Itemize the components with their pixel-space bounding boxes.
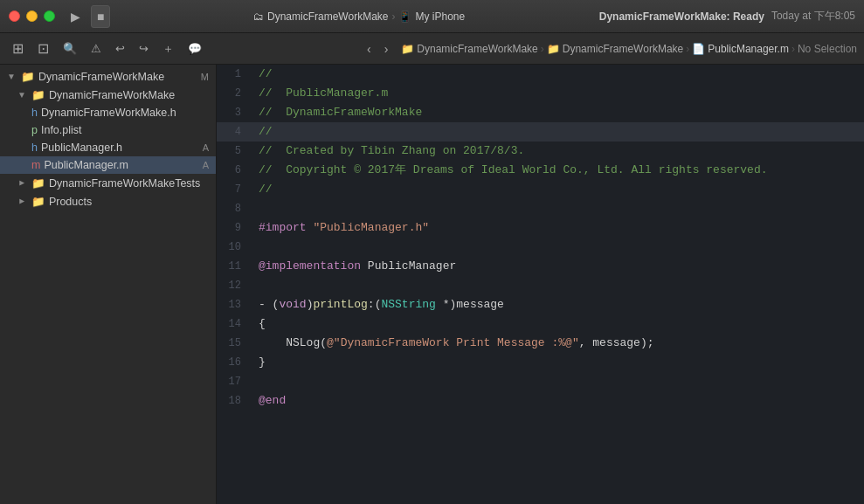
folder-icon-group: 📁 [31, 88, 45, 101]
line-content-16: } [252, 353, 864, 372]
code-line-12: 12 [217, 276, 864, 295]
folder-icon-tests: 📁 [31, 176, 45, 190]
line-content-5: // Created by Tibin Zhang on 2017/8/3. [252, 142, 864, 161]
h-file-icon: h [31, 107, 38, 119]
titlebar: ▶ ■ 🗂 DynamicFrameWorkMake › 📱 My iPhone… [0, 0, 864, 33]
line-num-12: 12 [217, 276, 252, 295]
code-line-13: 13 - (void)printLog:(NSString *)message [217, 295, 864, 314]
status-time: Today at 下午8:05 [771, 9, 855, 24]
breadcrumb-sep2: › [686, 43, 689, 55]
nav-back-button[interactable]: ‹ [362, 40, 377, 58]
breadcrumb-folder-icon: 📁 [401, 43, 414, 55]
line-num-6: 6 [217, 161, 252, 180]
run-button[interactable]: ▶ [66, 6, 86, 27]
line-num-9: 9 [217, 218, 252, 238]
comment-button[interactable]: 💬 [183, 38, 207, 59]
code-line-1: 1 // [217, 65, 864, 84]
line-content-15: NSLog(@"DynamicFrameWork Print Message :… [252, 334, 864, 353]
line-num-8: 8 [217, 199, 252, 218]
line-num-15: 15 [217, 334, 252, 353]
sidebar-tests-label: DynamicFrameWorkMakeTests [49, 177, 209, 190]
main-content: ▼ 📁 DynamicFrameWorkMake M ▼ 📁 DynamicFr… [0, 65, 864, 504]
code-line-18: 18 @end [217, 391, 864, 411]
sidebar-item-root[interactable]: ▼ 📁 DynamicFrameWorkMake M [0, 65, 216, 86]
line-content-7: // [252, 180, 864, 199]
pub-h-file-icon: h [31, 142, 38, 154]
sidebar-item-tests[interactable]: ▼ 📁 DynamicFrameWorkMakeTests [0, 174, 216, 192]
line-content-2: // PublicManager.m [252, 84, 864, 103]
arrow-icon-group: ▼ [17, 90, 26, 100]
line-num-18: 18 [217, 391, 252, 411]
sidebar-dfwmh-label: DynamicFrameWorkMake.h [41, 107, 209, 119]
code-line-9: 9 #import "PublicManager.h" [217, 218, 864, 238]
project-icon: 🗂 [253, 10, 264, 23]
line-num-11: 11 [217, 257, 252, 276]
back-button[interactable]: ↩ [110, 38, 130, 59]
folder-toggle-button[interactable]: ⊞ [7, 37, 29, 60]
code-line-17: 17 [217, 372, 864, 391]
search-button[interactable]: 🔍 [58, 38, 82, 59]
forward-button[interactable]: ↪ [134, 38, 154, 59]
code-line-10: 10 [217, 238, 864, 257]
breadcrumb-folder-icon2: 📁 [547, 43, 560, 55]
pub-m-file-icon: m [31, 159, 40, 171]
sidebar-group-label: DynamicFrameWorkMake [49, 89, 209, 101]
sidebar-root-badge: M [201, 72, 209, 82]
nav-forward-button[interactable]: › [379, 40, 394, 58]
sidebar-root-label: DynamicFrameWorkMake [38, 71, 197, 83]
sidebar-pubm-badge: A [203, 160, 209, 170]
breadcrumb-file-icon: 📄 [692, 43, 705, 55]
code-line-16: 16 } [217, 353, 864, 372]
breadcrumb-sep3: › [791, 43, 795, 55]
file-nav-breadcrumb: ‹ › 📁 DynamicFrameWorkMake › 📁 DynamicFr… [362, 40, 857, 58]
folder-icon-products: 📁 [31, 195, 45, 208]
minimize-button[interactable] [26, 10, 38, 22]
code-line-5: 5 // Created by Tibin Zhang on 2017/8/3. [217, 142, 864, 161]
breadcrumb-project: DynamicFrameWorkMake [417, 43, 537, 55]
traffic-lights [9, 10, 55, 22]
device-icon: 📱 [398, 10, 411, 23]
titlebar-controls: ▶ ■ [66, 5, 110, 28]
line-content-1: // [252, 65, 864, 84]
sidebar-plist-label: Info.plist [41, 124, 209, 136]
line-content-4: // [252, 122, 864, 142]
line-num-17: 17 [217, 372, 252, 391]
arrow-icon-tests: ▼ [17, 179, 26, 188]
line-num-13: 13 [217, 295, 252, 314]
code-editor[interactable]: 1 // 2 // PublicManager.m 3 // DynamicFr… [217, 65, 864, 504]
stop-button[interactable]: ■ [91, 5, 110, 28]
warning-button[interactable]: ⚠ [86, 38, 107, 59]
editor-toggle-button[interactable]: ⊡ [32, 37, 54, 60]
sidebar-item-group[interactable]: ▼ 📁 DynamicFrameWorkMake [0, 86, 216, 104]
sidebar-item-pubm[interactable]: m PublicManager.m A [0, 156, 216, 174]
line-content-11: @implementation PublicManager [252, 257, 864, 276]
maximize-button[interactable] [44, 10, 55, 22]
sidebar: ▼ 📁 DynamicFrameWorkMake M ▼ 📁 DynamicFr… [0, 65, 217, 504]
code-line-2: 2 // PublicManager.m [217, 84, 864, 103]
code-line-6: 6 // Copyright © 2017年 Dreams of Ideal W… [217, 161, 864, 180]
sidebar-item-dfwmh[interactable]: h DynamicFrameWorkMake.h [0, 104, 216, 121]
code-line-7: 7 // [217, 180, 864, 199]
line-num-2: 2 [217, 84, 252, 103]
line-num-7: 7 [217, 180, 252, 199]
folder-icon: 📁 [21, 70, 35, 83]
code-line-11: 11 @implementation PublicManager [217, 257, 864, 276]
line-num-10: 10 [217, 238, 252, 257]
toolbar: ⊞ ⊡ 🔍 ⚠ ↩ ↪ ＋ 💬 ‹ › 📁 DynamicFrameWorkMa… [0, 33, 864, 65]
sidebar-products-label: Products [49, 196, 209, 208]
line-content-9: #import "PublicManager.h" [252, 218, 864, 238]
sidebar-item-products[interactable]: ▼ 📁 Products [0, 192, 216, 211]
line-content-3: // DynamicFrameWorkMake [252, 103, 864, 122]
plist-icon: p [31, 124, 38, 136]
close-button[interactable] [9, 10, 20, 22]
add-button[interactable]: ＋ [157, 38, 179, 60]
code-line-3: 3 // DynamicFrameWorkMake [217, 103, 864, 122]
titlebar-breadcrumb: 🗂 DynamicFrameWorkMake › 📱 My iPhone [119, 10, 598, 23]
sidebar-item-pubh[interactable]: h PublicManager.h A [0, 139, 216, 156]
sidebar-item-plist[interactable]: p Info.plist [0, 121, 216, 139]
sidebar-pubh-badge: A [203, 142, 209, 153]
code-line-15: 15 NSLog(@"DynamicFrameWork Print Messag… [217, 334, 864, 353]
status-label: DynamicFrameWorkMake: Ready [599, 10, 764, 23]
line-content-14: { [252, 314, 864, 334]
code-line-8: 8 [217, 199, 864, 218]
